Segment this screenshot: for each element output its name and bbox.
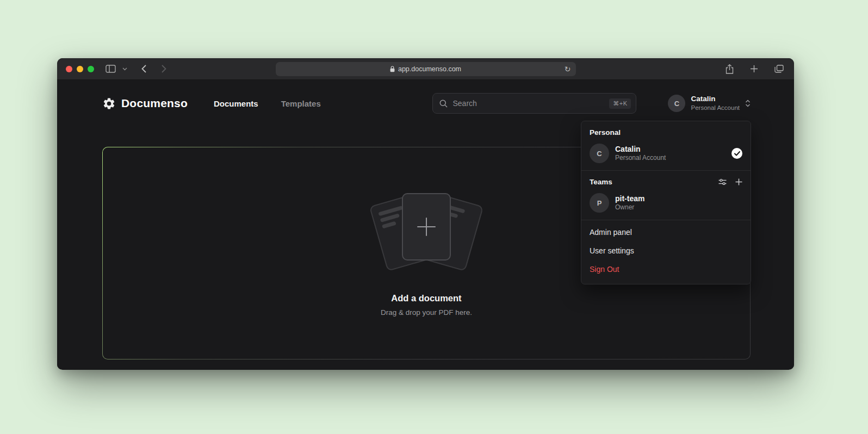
documents-illustration: [361, 190, 492, 276]
tab-overview-icon[interactable]: [773, 63, 785, 75]
nav-documents[interactable]: Documents: [214, 99, 258, 108]
search-box[interactable]: ⌘+K: [432, 93, 636, 114]
team-avatar: P: [590, 193, 609, 213]
dropzone-subtitle: Drag & drop your PDF here.: [381, 308, 472, 317]
zoom-window-button[interactable]: [88, 66, 94, 72]
documenso-page: Documenso Documents Templates ⌘+K C: [57, 80, 794, 369]
reload-icon[interactable]: ↻: [565, 65, 571, 73]
address-bar[interactable]: app.documenso.com ↻: [276, 62, 576, 76]
create-team-plus-icon[interactable]: [735, 178, 742, 185]
personal-account-subtitle: Personal Account: [615, 154, 666, 163]
search-input[interactable]: [452, 99, 609, 108]
url-text: app.documenso.com: [398, 65, 461, 73]
account-dropdown-menu: Personal C Catalin Personal Account Team…: [581, 121, 751, 284]
personal-section-heading: Personal: [581, 121, 751, 141]
close-window-button[interactable]: [66, 66, 72, 72]
document-card-center: [402, 193, 451, 261]
account-subtitle: Personal Account: [691, 104, 740, 112]
personal-account-item[interactable]: C Catalin Personal Account: [581, 141, 751, 170]
account-menu-trigger[interactable]: C Catalin Personal Account: [668, 95, 751, 112]
sidebar-chevron-down-icon[interactable]: [121, 66, 129, 72]
avatar: C: [668, 95, 685, 112]
chevron-up-down-icon: [745, 99, 751, 108]
teams-section-heading: Teams: [590, 178, 612, 186]
selected-check-icon: [731, 148, 742, 159]
avatar: C: [590, 144, 609, 163]
lock-icon: [390, 66, 395, 72]
manage-teams-icon[interactable]: [718, 178, 727, 185]
team-name: pit-team: [615, 194, 644, 203]
browser-window: app.documenso.com ↻: [57, 58, 794, 370]
search-icon: [439, 100, 448, 108]
new-tab-icon[interactable]: [748, 63, 760, 75]
back-button[interactable]: [140, 63, 148, 75]
minimize-window-button[interactable]: [77, 66, 83, 72]
menu-item-admin-panel[interactable]: Admin panel: [581, 223, 751, 241]
menu-item-sign-out[interactable]: Sign Out: [581, 260, 751, 278]
nav-templates[interactable]: Templates: [281, 99, 321, 108]
team-role: Owner: [615, 203, 644, 212]
account-name: Catalin: [691, 95, 740, 104]
add-document-plus-icon: [417, 218, 436, 236]
brand-name: Documenso: [121, 97, 188, 110]
dropzone-title: Add a document: [391, 293, 461, 303]
main-nav: Documents Templates: [214, 99, 321, 108]
menu-item-user-settings[interactable]: User settings: [581, 241, 751, 260]
browser-toolbar: app.documenso.com ↻: [57, 58, 794, 80]
personal-account-name: Catalin: [615, 144, 666, 154]
team-item[interactable]: P pit-team Owner: [581, 191, 751, 220]
documenso-logo-icon: [102, 97, 116, 110]
brand[interactable]: Documenso: [102, 97, 188, 110]
traffic-lights: [66, 66, 94, 72]
app-header: Documenso Documents Templates ⌘+K C: [57, 80, 794, 127]
sidebar-toggle-icon[interactable]: [104, 63, 117, 75]
share-icon[interactable]: [724, 63, 735, 76]
search-shortcut-badge: ⌘+K: [609, 98, 631, 109]
forward-button[interactable]: [160, 63, 168, 75]
